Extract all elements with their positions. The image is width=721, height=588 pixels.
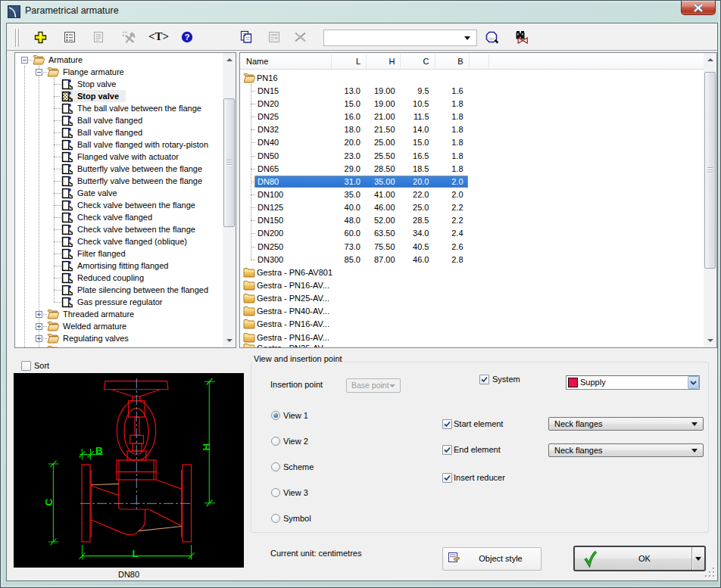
svg-text:L: L [133,548,139,559]
svg-text:C: C [43,499,55,506]
svg-text:?: ? [184,33,189,42]
svg-text:B: B [95,445,103,456]
svg-text:H: H [201,443,212,451]
